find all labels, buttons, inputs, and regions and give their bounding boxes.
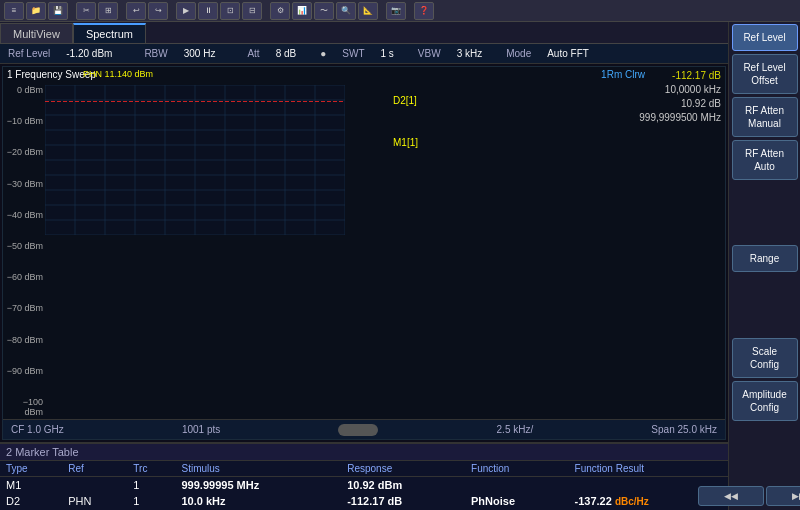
tb-cut-icon[interactable]: ✂ [76, 2, 96, 20]
dbm-labels: 0 dBm −10 dBm −20 dBm −30 dBm −40 dBm −5… [3, 85, 45, 417]
rbw-label: RBW [144, 48, 167, 59]
mode-label: Mode [506, 48, 531, 59]
right-sidebar: Ref Level Ref LevelOffset RF AttenManual… [728, 22, 800, 510]
freq-bar: CF 1.0 GHz 1001 pts 2.5 kHz/ Span 25.0 k… [3, 419, 725, 439]
col-trc: Trc [127, 461, 175, 477]
tb-undo-icon[interactable]: ↩ [126, 2, 146, 20]
d2-response: -112.17 dB [341, 493, 465, 509]
left-panel: MultiView Spectrum Ref Level -1.20 dBm R… [0, 22, 728, 510]
col-response: Response [341, 461, 465, 477]
tb-play-icon[interactable]: ▶ [176, 2, 196, 20]
d2-value: -112.17 dB [639, 69, 721, 83]
tb-help-icon[interactable]: ❓ [414, 2, 434, 20]
tb-cam-icon[interactable]: 📷 [386, 2, 406, 20]
dbm-60: −60 dBm [5, 272, 43, 282]
tb-zoom-icon[interactable]: 🔍 [336, 2, 356, 20]
scale-config-button[interactable]: ScaleConfig [732, 338, 798, 378]
tb-pause-icon[interactable]: ⏸ [198, 2, 218, 20]
att-label: Att [247, 48, 259, 59]
ref-level-button[interactable]: Ref Level [732, 24, 798, 51]
pts-label: 1001 pts [182, 424, 220, 435]
tab-multiview[interactable]: MultiView [0, 23, 73, 43]
dbm-10: −10 dBm [5, 116, 43, 126]
m1-response: 10.92 dBm [341, 477, 465, 494]
swt-value: 1 s [381, 48, 394, 59]
d2-mhz: 999,9999500 MHz [639, 111, 721, 125]
tb-file-icon[interactable]: 📁 [26, 2, 46, 20]
tb-menu-icon[interactable]: ≡ [4, 2, 24, 20]
span-label: Span 25.0 kHz [651, 424, 717, 435]
ref-level-offset-button[interactable]: Ref LevelOffset [732, 54, 798, 94]
cf-label: CF 1.0 GHz [11, 424, 64, 435]
amplitude-config-button[interactable]: AmplitudeConfig [732, 381, 798, 421]
marker-table: Type Ref Trc Stimulus Response Function … [0, 461, 728, 509]
dbm-0: 0 dBm [5, 85, 43, 95]
col-function: Function [465, 461, 569, 477]
spectrum-svg: D2 PHN [45, 85, 345, 235]
tab-bar: MultiView Spectrum [0, 22, 728, 44]
phn-label: PHN 11.140 dBm [83, 69, 153, 79]
dbm-100: −100 dBm [5, 397, 43, 417]
sidebar-extra-1[interactable]: ◀◀ [698, 486, 764, 506]
m1-stimulus: 999.99995 MHz [176, 477, 342, 494]
dbm-70: −70 dBm [5, 303, 43, 313]
col-stimulus: Stimulus [176, 461, 342, 477]
marker-table-container: 2 Marker Table Type Ref Trc Stimulus Res… [0, 442, 728, 510]
rbw-value: 300 Hz [184, 48, 216, 59]
vbw-value: 3 kHz [457, 48, 483, 59]
dbm-30: −30 dBm [5, 179, 43, 189]
tb-settings-icon[interactable]: ⚙ [270, 2, 290, 20]
d2-trc: 1 [127, 493, 175, 509]
spectrum-display[interactable]: 1 Frequency Sweep PHN 11.140 dBm -1.200 … [2, 66, 726, 440]
sidebar-extra-2[interactable]: ▶▶ [766, 486, 801, 506]
tb-tool1-icon[interactable]: ⊡ [220, 2, 240, 20]
tb-copy-icon[interactable]: ⊞ [98, 2, 118, 20]
marker-readouts: -112.17 dB 10,0000 kHz 10.92 dB 999,9999… [639, 69, 721, 125]
tb-tool2-icon[interactable]: ⊟ [242, 2, 262, 20]
dbm-90: −90 dBm [5, 366, 43, 376]
info-bar: Ref Level -1.20 dBm RBW 300 Hz Att 8 dB … [0, 44, 728, 64]
table-row: D2 PHN 1 10.0 kHz -112.17 dB PhNoise -13… [0, 493, 728, 509]
att-value: 8 dB [276, 48, 297, 59]
table-row: M1 1 999.99995 MHz 10.92 dBm [0, 477, 728, 494]
d2-extra: 10.92 dB [639, 97, 721, 111]
d2-function: PhNoise [465, 493, 569, 509]
main-layout: MultiView Spectrum Ref Level -1.20 dBm R… [0, 22, 800, 510]
tb-save-icon[interactable]: 💾 [48, 2, 68, 20]
col-fn-result: Function Result [569, 461, 728, 477]
marker-table-title: 2 Marker Table [0, 444, 728, 461]
m1-type: M1 [0, 477, 62, 494]
vbw-label: VBW [418, 48, 441, 59]
rf-atten-manual-button[interactable]: RF AttenManual [732, 97, 798, 137]
toolbar: ≡ 📁 💾 ✂ ⊞ ↩ ↪ ▶ ⏸ ⊡ ⊟ ⚙ 📊 〜 🔍 📐 📷 ❓ [0, 0, 800, 22]
m1-function [465, 477, 569, 494]
step-label: 2.5 kHz/ [497, 424, 534, 435]
range-button[interactable]: Range [732, 245, 798, 272]
tb-ruler-icon[interactable]: 📐 [358, 2, 378, 20]
d2-freq: 10,0000 kHz [639, 83, 721, 97]
rf-atten-auto-button[interactable]: RF AttenAuto [732, 140, 798, 180]
dbm-50: −50 dBm [5, 241, 43, 251]
tb-wave-icon[interactable]: 〜 [314, 2, 334, 20]
m1-marker-label: M1[1] [393, 137, 418, 148]
dbm-40: −40 dBm [5, 210, 43, 220]
swt-label: SWT [342, 48, 364, 59]
dbm-20: −20 dBm [5, 147, 43, 157]
ref-level-value: -1.20 dBm [66, 48, 112, 59]
tb-chart-icon[interactable]: 📊 [292, 2, 312, 20]
col-ref: Ref [62, 461, 127, 477]
dbm-80: −80 dBm [5, 335, 43, 345]
m1-ref [62, 477, 127, 494]
col-type: Type [0, 461, 62, 477]
d2-stimulus: 10.0 kHz [176, 493, 342, 509]
mode-value: Auto FFT [547, 48, 589, 59]
m1-trc: 1 [127, 477, 175, 494]
d2-type: D2 [0, 493, 62, 509]
ref-level-label: Ref Level [8, 48, 50, 59]
tab-spectrum[interactable]: Spectrum [73, 23, 146, 43]
d2-ref-col: PHN [62, 493, 127, 509]
tb-redo-icon[interactable]: ↪ [148, 2, 168, 20]
d2-marker-label: D2[1] [393, 95, 417, 106]
